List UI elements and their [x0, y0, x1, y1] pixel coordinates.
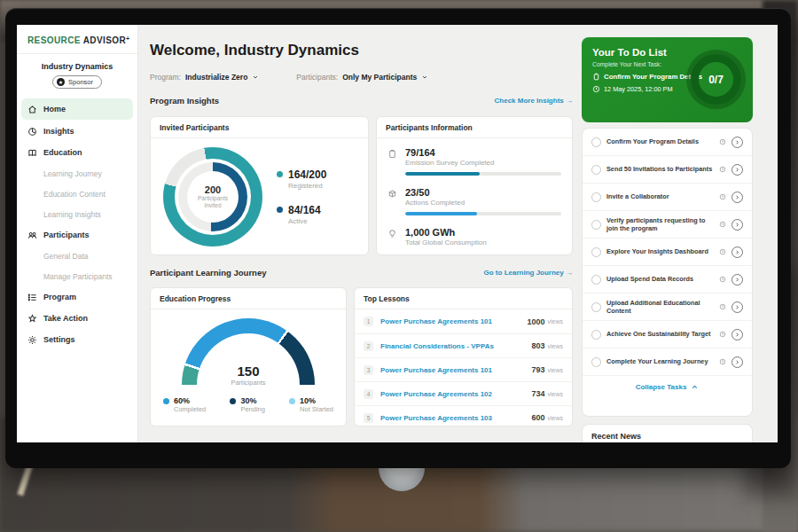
- task-row-explore-insights[interactable]: Explore Your Insights Dashboard: [583, 239, 752, 266]
- sidebar-item-learning-journey[interactable]: Learning Journey: [17, 163, 137, 184]
- bulb-icon: [387, 227, 398, 246]
- lesson-link[interactable]: Power Purchase Agreements 103: [380, 414, 531, 422]
- arrow-right-icon: →: [566, 269, 573, 277]
- sidebar-item-manage-participants[interactable]: Manage Participants: [17, 266, 137, 286]
- lesson-link[interactable]: Financial Considerations - VPPAs: [380, 342, 531, 350]
- todo-progress-value: 0/7: [708, 74, 724, 86]
- task-checkbox[interactable]: [591, 302, 601, 312]
- program-dropdown[interactable]: Program: Industrialize Zero: [150, 73, 259, 82]
- lesson-link[interactable]: Power Purchase Agreements 102: [380, 390, 531, 398]
- insights-icon: [27, 127, 37, 137]
- legend-active: 84/164 Active: [277, 204, 326, 225]
- logo-text-secondary: ADVISOR: [83, 35, 126, 45]
- sidebar-item-program[interactable]: Program: [17, 286, 137, 308]
- chevron-right-icon: [734, 222, 740, 228]
- task-row-achieve-target[interactable]: Achieve One Sustainability Target: [583, 321, 752, 348]
- task-open-button[interactable]: [732, 274, 743, 286]
- sidebar-item-label: Settings: [43, 335, 75, 344]
- task-open-button[interactable]: [732, 219, 743, 231]
- clock-icon: [719, 303, 726, 310]
- learning-journey-header: Participant Learning Journey Go to Learn…: [150, 268, 573, 278]
- clock-icon: [592, 85, 600, 93]
- sidebar-item-general-data[interactable]: General Data: [17, 246, 137, 266]
- lesson-row: 5 Power Purchase Agreements 103 600 view…: [355, 405, 572, 429]
- task-checkbox[interactable]: [591, 220, 601, 230]
- sidebar-item-education-content[interactable]: Education Content: [17, 184, 137, 204]
- sponsor-badge: ★ Sponsor: [52, 75, 102, 89]
- task-open-button[interactable]: [732, 301, 743, 313]
- sidebar-item-take-action[interactable]: Take Action: [17, 308, 137, 329]
- collapse-tasks-link[interactable]: Collapse Tasks: [583, 376, 752, 397]
- sidebar-item-label: Home: [43, 105, 66, 113]
- task-open-button[interactable]: [732, 137, 743, 148]
- clock-icon: [719, 331, 726, 338]
- logo-plus: +: [126, 35, 130, 42]
- task-checkbox[interactable]: [591, 165, 601, 175]
- logo-text-primary: RESOURCE: [27, 35, 81, 45]
- sidebar-item-label: Participants: [43, 231, 90, 239]
- sidebar-item-participants[interactable]: Participants: [17, 224, 137, 246]
- participants-dropdown[interactable]: Participants: Only My Participants: [296, 73, 428, 82]
- sidebar-nav: Home Insights Education Learning Journey…: [17, 97, 137, 350]
- todo-header-card: Your To Do List Complete Your Next Task:…: [582, 37, 753, 122]
- todo-progress-ring: 0/7: [691, 54, 741, 105]
- sidebar-item-settings[interactable]: Settings: [17, 329, 137, 350]
- sidebar-item-insights[interactable]: Insights: [17, 121, 137, 142]
- task-open-button[interactable]: [732, 164, 743, 176]
- legend-not-started: 10% Not Started: [289, 396, 333, 413]
- task-row-confirm-program[interactable]: Confirm Your Program Details: [583, 129, 752, 156]
- actions-completed-row: 23/50 Actions Completed: [387, 187, 561, 215]
- card-title: Invited Participants: [151, 117, 368, 138]
- lesson-row: 4 Power Purchase Agreements 102 734 view…: [355, 381, 572, 405]
- chevron-right-icon: [734, 194, 740, 200]
- chevron-right-icon: [734, 139, 740, 145]
- task-checkbox[interactable]: [591, 357, 601, 367]
- legend-pending: 30% Pending: [230, 396, 265, 413]
- sidebar-item-label: Take Action: [43, 314, 88, 323]
- go-to-learning-journey-link[interactable]: Go to Learning Journey →: [484, 269, 573, 277]
- sidebar-item-education[interactable]: Education: [17, 142, 137, 163]
- task-row-invite-collaborator[interactable]: Invite a Collaborator: [583, 184, 752, 211]
- task-open-button[interactable]: [732, 192, 743, 203]
- task-checkbox[interactable]: [591, 275, 601, 285]
- list-icon: [27, 293, 37, 302]
- rank-badge: 5: [364, 413, 373, 423]
- task-row-upload-spend-data[interactable]: Upload Spend Data Records: [583, 266, 752, 293]
- people-icon: [27, 231, 37, 240]
- todo-task-list: Confirm Your Program Details Send 50 Inv…: [582, 128, 753, 417]
- lesson-link[interactable]: Power Purchase Agreements 101: [380, 317, 527, 325]
- task-checkbox[interactable]: [591, 192, 601, 202]
- task-checkbox[interactable]: [591, 330, 601, 340]
- sidebar-item-learning-insights[interactable]: Learning Insights: [17, 204, 137, 224]
- page-title: Welcome, Industry Dynamics: [150, 42, 359, 59]
- task-checkbox[interactable]: [591, 247, 601, 257]
- sidebar: RESOURCE ADVISOR+ Industry Dynamics ★ Sp…: [17, 25, 138, 442]
- task-checkbox[interactable]: [591, 137, 601, 147]
- card-title: Top Lessons: [355, 288, 572, 309]
- clock-icon: [719, 248, 726, 255]
- sponsor-badge-label: Sponsor: [68, 78, 93, 86]
- task-open-button[interactable]: [732, 329, 743, 340]
- section-title: Participant Learning Journey: [150, 268, 266, 278]
- task-row-complete-learning-journey[interactable]: Complete Your Learning Journey: [583, 348, 752, 376]
- photo-of-monitor: RESOURCE ADVISOR+ Industry Dynamics ★ Sp…: [0, 0, 798, 532]
- sidebar-item-label: Education: [43, 148, 82, 157]
- gauge-center-label: Participants: [182, 379, 315, 386]
- task-row-send-invitations[interactable]: Send 50 Invitations to Participants: [583, 156, 752, 184]
- sidebar-item-home[interactable]: Home: [21, 98, 133, 120]
- clock-icon: [719, 276, 726, 283]
- task-row-verify-participants[interactable]: Verify participants requesting to join t…: [583, 211, 752, 239]
- chevron-right-icon: [734, 249, 740, 255]
- org-name: Industry Dynamics: [17, 62, 137, 71]
- legend-dot: [289, 398, 295, 404]
- task-open-button[interactable]: [732, 356, 743, 368]
- emission-progress-bar: [405, 172, 561, 176]
- task-open-button[interactable]: [732, 246, 743, 258]
- program-value: Industrialize Zero: [185, 73, 247, 82]
- program-label: Program:: [150, 73, 181, 82]
- task-row-upload-educational-content[interactable]: Upload Additional Educational Content: [583, 293, 752, 321]
- lesson-link[interactable]: Power Purchase Agreements 101: [380, 366, 531, 374]
- clock-icon: [719, 138, 726, 145]
- lesson-row: 1 Power Purchase Agreements 101 1000 vie…: [355, 309, 572, 333]
- check-more-insights-link[interactable]: Check More Insights →: [495, 97, 573, 105]
